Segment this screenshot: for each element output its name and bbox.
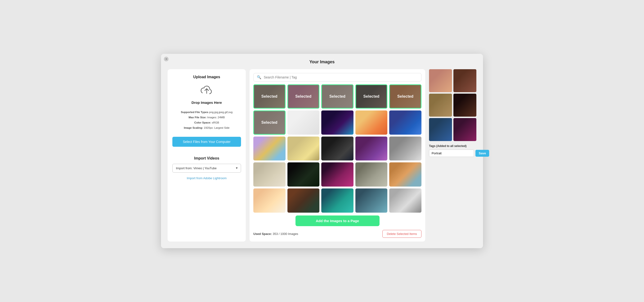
- tags-label: Tags (Added to all selected): [429, 144, 476, 148]
- image-cell[interactable]: [288, 188, 320, 213]
- max-size-value: Images: 24MB: [207, 116, 225, 119]
- center-panel: 🔍 SelectedSelectedSelectedSelectedSelect…: [250, 69, 425, 241]
- used-space: Used Space: 353 / 1000 Images: [253, 232, 298, 236]
- color-space-value: sRGB: [212, 121, 219, 124]
- image-cell[interactable]: Selected: [356, 84, 388, 109]
- supported-label: Supported File Types: [181, 111, 208, 114]
- image-cell[interactable]: [321, 110, 354, 135]
- max-size-label: Max File Size:: [189, 116, 206, 119]
- selected-thumb: [429, 94, 452, 117]
- image-cell[interactable]: Selected: [389, 84, 422, 109]
- import-select-wrap: Import from: Vimeo | YouTube ▼: [172, 164, 241, 173]
- supported-value: png,jpg,jpeg,gif,svg: [209, 111, 232, 114]
- image-cell[interactable]: Selected: [253, 110, 286, 135]
- save-tag-button[interactable]: Save: [476, 150, 489, 157]
- selected-label: Selected: [356, 85, 387, 108]
- add-images-button[interactable]: Add the Images to a Page: [296, 215, 380, 226]
- image-cell[interactable]: [321, 188, 354, 213]
- modal: ✕ Your Images Upload Images Drop Images …: [161, 54, 483, 248]
- image-cell[interactable]: Selected: [253, 84, 286, 109]
- selected-label: Selected: [254, 85, 285, 108]
- selected-thumb: [429, 69, 452, 92]
- upload-icon: [200, 85, 213, 98]
- close-icon: ✕: [165, 58, 168, 61]
- image-cell[interactable]: [356, 137, 388, 161]
- image-cell[interactable]: [253, 162, 286, 187]
- image-cell[interactable]: [288, 137, 320, 161]
- right-panel: Tags (Added to all selected) Save: [429, 69, 476, 241]
- selected-thumbnails: [429, 69, 476, 141]
- lightroom-link[interactable]: Import from Adobe Lightroom: [187, 176, 226, 180]
- image-scaling-value: 1920px: Largest Side: [204, 126, 230, 129]
- select-files-button[interactable]: Select Files from Your Computer: [172, 137, 241, 147]
- selected-label: Selected: [288, 85, 319, 108]
- tags-section: Tags (Added to all selected) Save: [429, 144, 476, 157]
- image-cell[interactable]: [356, 188, 388, 213]
- import-select[interactable]: Import from: Vimeo | YouTube: [172, 164, 241, 173]
- delete-selected-button[interactable]: Delete Selected Items: [382, 230, 422, 238]
- image-cell[interactable]: [253, 137, 286, 161]
- search-icon: 🔍: [257, 75, 262, 79]
- tags-input[interactable]: [429, 150, 474, 157]
- image-cell[interactable]: [356, 110, 388, 135]
- upload-title: Upload Images: [193, 75, 220, 79]
- left-panel: Upload Images Drop Images Here Supported…: [168, 69, 246, 241]
- image-cell[interactable]: Selected: [288, 84, 320, 109]
- drop-text: Drop Images Here: [192, 101, 222, 105]
- image-cell[interactable]: [288, 162, 320, 187]
- import-videos-title: Import Videos: [194, 156, 219, 160]
- modal-body: Upload Images Drop Images Here Supported…: [168, 69, 476, 241]
- bottom-row: Used Space: 353 / 1000 Images Delete Sel…: [253, 229, 422, 238]
- selected-label: Selected: [322, 85, 353, 108]
- selected-thumb: [454, 94, 476, 117]
- image-cell[interactable]: [389, 110, 422, 135]
- selected-label: Selected: [254, 111, 285, 134]
- image-cell[interactable]: [389, 137, 422, 161]
- tags-input-row: Save: [429, 150, 476, 157]
- selected-thumb: [429, 118, 452, 141]
- selected-thumb: [454, 118, 476, 141]
- add-button-wrapper: Add the Images to a Page: [253, 215, 422, 226]
- image-cell[interactable]: [253, 188, 286, 213]
- image-cell[interactable]: [389, 188, 422, 213]
- color-space-label: Color Space:: [194, 121, 211, 124]
- search-bar: 🔍: [253, 73, 422, 82]
- image-grid: SelectedSelectedSelectedSelectedSelected…: [253, 84, 422, 213]
- image-cell[interactable]: Selected: [321, 84, 354, 109]
- modal-title: Your Images: [168, 60, 476, 65]
- image-scaling-label: Image Scaling:: [184, 126, 203, 129]
- selected-thumb: [454, 69, 476, 92]
- image-cell[interactable]: [321, 137, 354, 161]
- selected-label: Selected: [390, 85, 421, 108]
- search-input[interactable]: [264, 75, 418, 79]
- image-cell[interactable]: [321, 162, 354, 187]
- image-cell[interactable]: [288, 110, 320, 135]
- image-cell[interactable]: [356, 162, 388, 187]
- file-info: Supported File Types png,jpg,jpeg,gif,sv…: [181, 110, 232, 130]
- image-cell[interactable]: [389, 162, 422, 187]
